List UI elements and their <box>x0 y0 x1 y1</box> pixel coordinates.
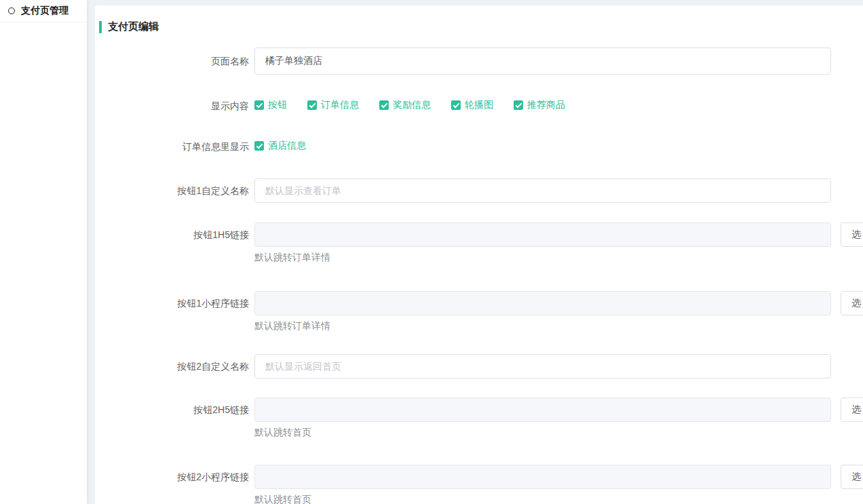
btn1-h5-input[interactable] <box>254 222 831 247</box>
sidebar-item-payment-page[interactable]: 支付页管理 <box>0 0 87 22</box>
btn2-mini-label: 按钮2小程序链接 <box>95 465 254 489</box>
btn2-h5-input[interactable] <box>254 398 831 422</box>
btn1-h5-content: 选 默认跳转订单详情 <box>254 222 863 263</box>
form-row-page-name: 页面名称 <box>95 47 863 75</box>
form-row-btn2-mini: 按钮2小程序链接 选 默认跳转首页 <box>95 465 863 504</box>
checkmark-icon <box>451 100 461 110</box>
form-row-btn2-name: 按钮2自定义名称 <box>95 354 863 379</box>
checkmark-icon <box>307 100 317 110</box>
circle-icon <box>8 7 15 14</box>
btn1-mini-input[interactable] <box>254 291 831 315</box>
btn1-name-label: 按钮1自定义名称 <box>95 178 254 203</box>
payment-page-edit-card: 支付页编辑 页面名称 显示内容 按钮 订单信息 奖励信息 <box>95 5 863 504</box>
btn2-name-label: 按钮2自定义名称 <box>95 354 254 379</box>
payment-page-form: 页面名称 显示内容 按钮 订单信息 奖励信息 <box>95 47 863 504</box>
page-title: 支付页编辑 <box>108 20 159 33</box>
btn2-mini-help-text: 默认跳转首页 <box>254 493 863 504</box>
sidebar-item-label: 支付页管理 <box>21 5 69 17</box>
checkmark-icon <box>514 100 523 110</box>
page-name-label: 页面名称 <box>95 47 254 75</box>
page-name-input[interactable] <box>254 47 831 75</box>
form-row-btn1-h5: 按钮1H5链接 选 默认跳转订单详情 <box>95 222 863 263</box>
btn1-name-input[interactable] <box>254 178 831 203</box>
btn1-h5-select-button[interactable]: 选 <box>841 222 863 247</box>
order-info-checkbox-group: 酒店信息 <box>254 140 326 152</box>
form-row-display-content: 显示内容 按钮 订单信息 奖励信息 轮播图 <box>95 99 863 113</box>
btn1-mini-help-text: 默认跳转订单详情 <box>254 319 863 332</box>
btn1-h5-help-text: 默认跳转订单详情 <box>254 251 863 263</box>
form-row-btn2-h5: 按钮2H5链接 选 默认跳转首页 <box>95 398 863 438</box>
checkbox-reward-info[interactable]: 奖励信息 <box>379 99 431 111</box>
form-row-btn1-name: 按钮1自定义名称 <box>95 178 863 203</box>
checkmark-icon <box>254 100 264 110</box>
checkbox-recommended-products[interactable]: 推荐商品 <box>514 99 565 111</box>
btn1-mini-content: 选 默认跳转订单详情 <box>254 291 863 332</box>
display-content-checkbox-group: 按钮 订单信息 奖励信息 轮播图 推荐商品 <box>254 99 586 111</box>
title-accent-bar <box>99 21 102 33</box>
btn1-mini-select-button[interactable]: 选 <box>841 291 863 315</box>
checkbox-hotel-info[interactable]: 酒店信息 <box>254 140 306 152</box>
sidebar: 支付页管理 <box>0 0 87 504</box>
btn2-h5-help-text: 默认跳转首页 <box>254 426 863 438</box>
btn1-h5-label: 按钮1H5链接 <box>95 222 254 247</box>
btn2-mini-select-button[interactable]: 选 <box>841 465 863 489</box>
order-info-display-label: 订单信息里显示 <box>95 140 254 153</box>
checkbox-carousel[interactable]: 轮播图 <box>451 99 493 111</box>
card-title: 支付页编辑 <box>99 20 863 33</box>
form-row-btn1-mini: 按钮1小程序链接 选 默认跳转订单详情 <box>95 291 863 332</box>
form-row-order-info-display: 订单信息里显示 酒店信息 <box>95 140 863 153</box>
checkmark-icon <box>254 141 264 151</box>
btn2-h5-select-button[interactable]: 选 <box>841 398 863 422</box>
checkbox-button[interactable]: 按钮 <box>254 99 287 111</box>
btn2-mini-input[interactable] <box>254 465 831 489</box>
checkbox-order-info[interactable]: 订单信息 <box>307 99 359 111</box>
btn2-h5-label: 按钮2H5链接 <box>95 398 254 422</box>
checkmark-icon <box>379 100 389 110</box>
btn2-mini-content: 选 默认跳转首页 <box>254 465 863 504</box>
display-content-label: 显示内容 <box>95 99 254 113</box>
btn2-h5-content: 选 默认跳转首页 <box>254 398 863 438</box>
btn1-mini-label: 按钮1小程序链接 <box>95 291 254 315</box>
btn2-name-input[interactable] <box>254 354 831 379</box>
